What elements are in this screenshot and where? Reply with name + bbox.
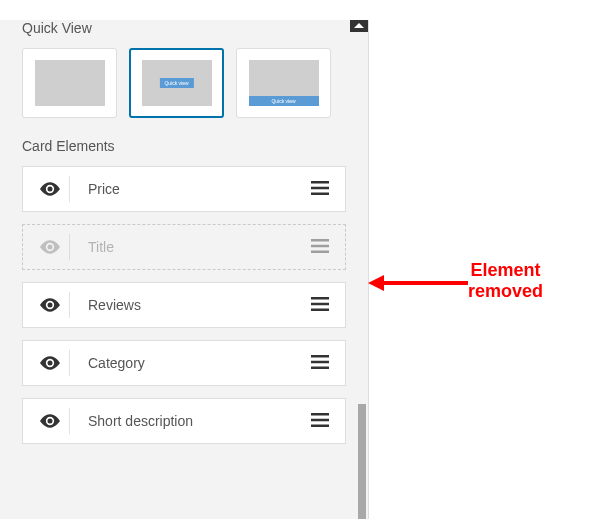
svg-rect-10: [311, 360, 329, 363]
quick-view-preview: Quick view: [249, 60, 319, 106]
card-elements-section-label: Card Elements: [22, 138, 346, 154]
customizer-sidebar: Quick View Quick view Quick view Card El…: [0, 20, 369, 519]
preview-button: Quick view: [159, 78, 193, 88]
svg-rect-7: [311, 302, 329, 305]
drag-handle[interactable]: [307, 351, 333, 376]
annotation-line2: removed: [468, 281, 543, 301]
collapse-sidebar-button[interactable]: [350, 20, 368, 32]
element-label: Reviews: [74, 297, 307, 313]
chevron-up-icon: [354, 23, 364, 29]
annotation-text: Element removed: [468, 260, 543, 301]
eye-icon: [40, 182, 60, 196]
visibility-toggle[interactable]: [35, 298, 65, 312]
card-element-row-price[interactable]: Price: [22, 166, 346, 212]
svg-rect-1: [311, 186, 329, 189]
svg-rect-8: [311, 308, 329, 311]
preview-button: Quick view: [249, 96, 319, 106]
quick-view-option-bottom[interactable]: Quick view: [236, 48, 331, 118]
divider: [69, 350, 70, 376]
divider: [69, 408, 70, 434]
visibility-toggle[interactable]: [35, 240, 65, 254]
divider: [69, 234, 70, 260]
drag-icon: [311, 355, 329, 369]
card-element-row-short-description[interactable]: Short description: [22, 398, 346, 444]
annotation-arrow: [368, 272, 468, 294]
card-element-row-reviews[interactable]: Reviews: [22, 282, 346, 328]
svg-rect-9: [311, 355, 329, 358]
drag-icon: [311, 181, 329, 195]
drag-handle[interactable]: [307, 409, 333, 434]
svg-rect-3: [311, 239, 329, 242]
drag-icon: [311, 413, 329, 427]
annotation-line1: Element: [471, 260, 541, 280]
element-label: Price: [74, 181, 307, 197]
drag-icon: [311, 239, 329, 253]
card-elements-list: Price Title Reviews: [22, 166, 346, 444]
quick-view-preview: Quick view: [142, 60, 212, 106]
svg-rect-6: [311, 297, 329, 300]
eye-icon: [40, 298, 60, 312]
quick-view-option-center[interactable]: Quick view: [129, 48, 224, 118]
drag-icon: [311, 297, 329, 311]
quick-view-option-none[interactable]: [22, 48, 117, 118]
eye-icon: [40, 356, 60, 370]
element-label: Short description: [74, 413, 307, 429]
svg-rect-5: [311, 250, 329, 253]
svg-marker-16: [368, 275, 384, 291]
svg-rect-13: [311, 418, 329, 421]
divider: [69, 292, 70, 318]
scrollbar-thumb[interactable]: [358, 404, 366, 519]
svg-rect-11: [311, 366, 329, 369]
divider: [69, 176, 70, 202]
eye-icon: [40, 414, 60, 428]
quick-view-options: Quick view Quick view: [22, 48, 346, 118]
eye-icon: [40, 240, 60, 254]
drag-handle[interactable]: [307, 235, 333, 260]
card-element-row-category[interactable]: Category: [22, 340, 346, 386]
visibility-toggle[interactable]: [35, 182, 65, 196]
visibility-toggle[interactable]: [35, 414, 65, 428]
drag-handle[interactable]: [307, 293, 333, 318]
element-label: Title: [74, 239, 307, 255]
svg-rect-0: [311, 181, 329, 184]
svg-rect-4: [311, 244, 329, 247]
card-element-row-title[interactable]: Title: [22, 224, 346, 270]
svg-rect-14: [311, 424, 329, 427]
svg-rect-2: [311, 192, 329, 195]
visibility-toggle[interactable]: [35, 356, 65, 370]
drag-handle[interactable]: [307, 177, 333, 202]
svg-rect-12: [311, 413, 329, 416]
element-label: Category: [74, 355, 307, 371]
quick-view-section-label: Quick View: [22, 20, 346, 36]
quick-view-preview: [35, 60, 105, 106]
